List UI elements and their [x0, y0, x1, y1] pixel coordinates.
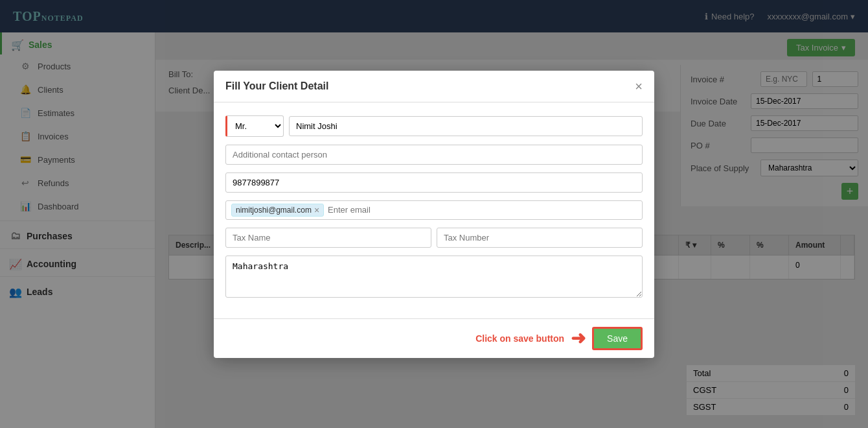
- salutation-select[interactable]: Mr. Mrs. Ms. Dr.: [225, 115, 284, 137]
- modal-title: Fill Your Client Detail: [225, 80, 328, 92]
- save-button[interactable]: Save: [592, 327, 643, 350]
- email-tag-text: nimitjoshi@gmail.com: [236, 206, 312, 215]
- name-row: Mr. Mrs. Ms. Dr.: [225, 115, 643, 137]
- tax-name-input[interactable]: [225, 228, 431, 248]
- annotation-text: Click on save button: [475, 333, 564, 344]
- modal-close-button[interactable]: ×: [635, 80, 643, 93]
- additional-contact-input[interactable]: [225, 145, 643, 165]
- tax-number-input[interactable]: [437, 228, 643, 248]
- email-tag-container: nimitjoshi@gmail.com ×: [225, 200, 643, 220]
- additional-contact-row: [225, 145, 643, 165]
- address-textarea[interactable]: Maharashtra: [225, 256, 643, 298]
- client-name-input[interactable]: [289, 116, 643, 136]
- address-row: Maharashtra: [225, 256, 643, 298]
- phone-row: [225, 172, 643, 193]
- modal-body: Mr. Mrs. Ms. Dr. nimitjoshi@gmail.co: [214, 102, 654, 318]
- email-row: nimitjoshi@gmail.com ×: [225, 200, 643, 220]
- modal-footer: Click on save button ➜ Save: [214, 318, 654, 358]
- tax-row: [225, 228, 643, 248]
- annotation-arrow-icon: ➜: [571, 327, 586, 349]
- email-tag-remove[interactable]: ×: [314, 206, 319, 215]
- email-tag: nimitjoshi@gmail.com ×: [231, 204, 324, 217]
- phone-input[interactable]: [225, 172, 643, 193]
- modal-header: Fill Your Client Detail ×: [214, 71, 654, 102]
- email-input[interactable]: [328, 205, 637, 215]
- modal-overlay: Fill Your Client Detail × Mr. Mrs. Ms. D…: [0, 0, 868, 428]
- annotation-area: Click on save button ➜ Save: [475, 327, 643, 350]
- client-detail-modal: Fill Your Client Detail × Mr. Mrs. Ms. D…: [214, 71, 654, 358]
